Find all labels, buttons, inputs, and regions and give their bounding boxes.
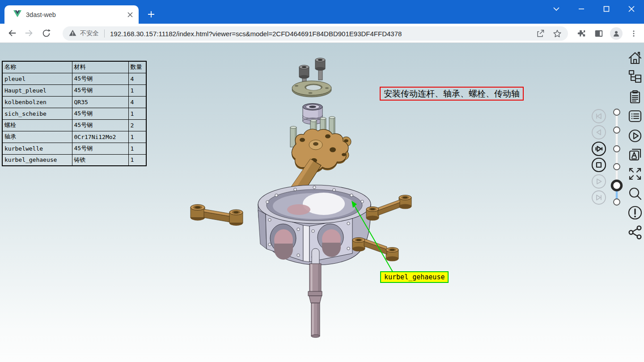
info-alert-icon[interactable] xyxy=(627,205,643,221)
table-row: pleuel45号钢4 xyxy=(2,73,146,84)
washer-part xyxy=(292,81,331,97)
part-label: kurbel_gehaeuse xyxy=(380,271,449,283)
slider-step-dot xyxy=(614,146,620,152)
reload-button[interactable] xyxy=(38,25,55,42)
slider-step-dot xyxy=(614,164,620,170)
main-conrod-spider-part xyxy=(292,129,351,173)
skip-to-start-button[interactable] xyxy=(592,109,606,123)
extensions-puzzle-icon[interactable] xyxy=(574,27,588,40)
forward-button[interactable] xyxy=(21,25,38,42)
table-row: kurbel_gehaeuse铸铁1 xyxy=(2,154,146,166)
conrod-upper-right-part xyxy=(366,195,411,221)
crankshaft-part xyxy=(308,264,322,337)
tab-title: 3dast-web xyxy=(26,11,126,18)
share-model-icon[interactable] xyxy=(627,224,643,240)
step-play-button[interactable] xyxy=(592,142,606,156)
step-back-button[interactable] xyxy=(592,125,606,139)
profile-avatar[interactable] xyxy=(610,27,623,40)
window-titlebar: 3dast-web xyxy=(0,0,644,24)
conrod-left-part xyxy=(191,205,243,226)
new-tab-button[interactable] xyxy=(145,8,157,20)
bom-table: 名称 材料 数量 pleuel45号钢4 Haupt_pleuel45号钢1 k… xyxy=(2,61,147,166)
play-animation-icon[interactable] xyxy=(627,128,643,144)
browser-menu-icon[interactable] xyxy=(627,27,640,40)
tab-search-chevron-icon[interactable] xyxy=(544,0,569,18)
slider-step-dot xyxy=(614,127,620,133)
bom-header-row: 名称 材料 数量 xyxy=(2,61,146,73)
bom-clipboard-icon[interactable] xyxy=(627,89,643,105)
window-close-button[interactable] xyxy=(619,0,644,18)
window-controls xyxy=(544,0,644,18)
url-text[interactable]: 192.168.30.157:11182/index.html?viewer=s… xyxy=(110,30,528,38)
share-page-icon[interactable] xyxy=(536,29,545,38)
browser-toolbar: 不安全 192.168.30.157:11182/index.html?view… xyxy=(0,24,644,43)
vue-favicon-icon xyxy=(13,10,21,19)
table-row: kurbelwelle45号钢1 xyxy=(2,143,146,154)
browser-window: 3dast-web xyxy=(0,0,644,362)
window-maximize-button[interactable] xyxy=(594,0,619,18)
bom-header-material: 材料 xyxy=(72,61,128,73)
assembly-tree-icon[interactable] xyxy=(627,69,643,85)
back-button[interactable] xyxy=(4,25,21,42)
security-label: 不安全 xyxy=(80,29,99,38)
table-row: Haupt_pleuel45号钢1 xyxy=(2,84,146,96)
bookmark-star-icon[interactable] xyxy=(553,29,562,38)
skip-to-end-button[interactable] xyxy=(592,190,606,205)
omnibox-divider xyxy=(104,29,105,38)
step-annotation: 安装传动连杆、轴承、螺栓、传动轴 xyxy=(380,87,524,101)
home-icon[interactable] xyxy=(627,50,643,66)
table-row: 轴承0Cr17Ni12Mo21 xyxy=(2,131,146,143)
slider-handle xyxy=(612,181,622,190)
address-bar[interactable]: 不安全 192.168.30.157:11182/index.html?view… xyxy=(63,26,568,41)
zoom-search-icon[interactable] xyxy=(627,186,643,202)
step-slider[interactable] xyxy=(610,105,623,208)
slider-step-dot xyxy=(614,199,620,205)
table-row: sich_scheibe45号钢1 xyxy=(2,108,146,119)
window-minimize-button[interactable] xyxy=(569,0,594,18)
table-row: kolbenbolzenQR354 xyxy=(2,96,146,108)
bom-header-qty: 数量 xyxy=(128,61,146,73)
slider-step-dot xyxy=(614,109,620,115)
side-panel-icon[interactable] xyxy=(592,27,606,40)
tab-close-icon[interactable] xyxy=(126,11,134,19)
fit-view-icon[interactable] xyxy=(627,166,643,182)
browser-tab[interactable]: 3dast-web xyxy=(4,5,139,24)
crankcase-housing-part xyxy=(258,185,371,267)
not-secure-warning-icon xyxy=(69,29,76,38)
toolbar-right-icons xyxy=(574,26,640,41)
table-row: 螺栓45号钢2 xyxy=(2,119,146,131)
play-button[interactable] xyxy=(592,174,606,189)
annotation-toggle-icon[interactable] xyxy=(627,147,643,163)
viewer-canvas[interactable]: 名称 材料 数量 pleuel45号钢4 Haupt_pleuel45号钢1 k… xyxy=(0,43,644,362)
steps-list-icon[interactable] xyxy=(627,108,643,124)
stop-button[interactable] xyxy=(592,158,606,172)
bom-header-name: 名称 xyxy=(2,61,72,73)
